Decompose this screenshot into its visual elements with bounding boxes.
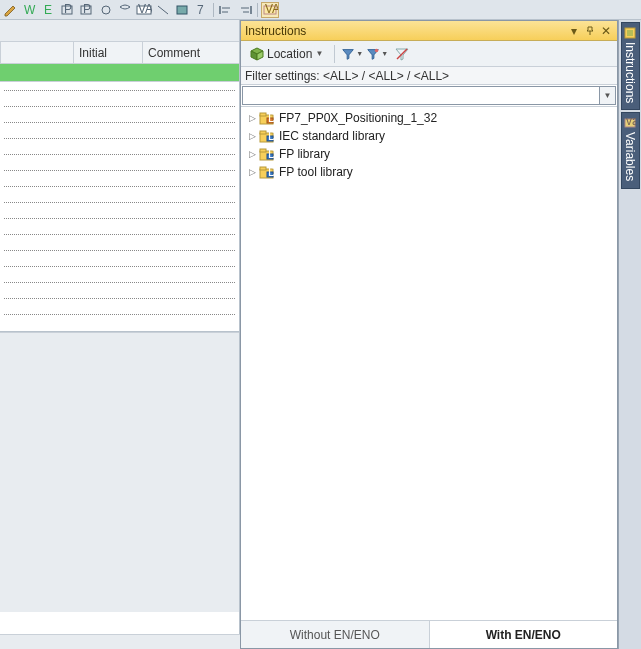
variables-icon: var <box>623 117 637 129</box>
svg-rect-10 <box>177 6 187 14</box>
close-icon[interactable]: ✕ <box>599 24 613 38</box>
grid-header: Initial Comment <box>0 42 239 64</box>
toolbar-btn-s[interactable] <box>116 2 134 18</box>
pin-icon[interactable] <box>583 24 597 38</box>
svg-rect-31 <box>260 149 266 152</box>
svg-rect-35 <box>260 167 266 170</box>
side-tab-instructions[interactable]: Instructions <box>621 22 640 110</box>
instructions-tree[interactable]: ▷DFP7_PP0X_Positioning_1_32▷DIEC standar… <box>241 107 617 620</box>
location-button[interactable]: Location ▼ <box>245 44 328 64</box>
main-toolbar: W E P P VAR 7 VAR <box>0 0 641 20</box>
svg-rect-23 <box>260 113 266 116</box>
svg-point-6 <box>102 6 110 14</box>
grid-col-comment[interactable]: Comment <box>142 42 239 63</box>
grid-col-initial[interactable]: Initial <box>73 42 142 63</box>
side-tab-label: Variables <box>623 132 637 181</box>
grid-blank-area <box>0 332 239 612</box>
svg-text:var: var <box>626 117 636 128</box>
svg-line-21 <box>397 49 407 59</box>
tree-item-label: FP tool library <box>277 165 353 179</box>
expander-icon[interactable]: ▷ <box>247 149 257 159</box>
instructions-panel: Instructions ▾ ✕ Location ▼ ▼ ▼ Filter s… <box>240 20 618 649</box>
var-box-icon[interactable]: VAR <box>261 2 279 18</box>
panel-titlebar[interactable]: Instructions ▾ ✕ <box>241 21 617 41</box>
svg-rect-27 <box>260 131 266 134</box>
toolbar-btn-p1[interactable]: P <box>59 2 77 18</box>
library-icon: D <box>259 111 275 125</box>
filter-settings-row: Filter settings: <ALL> / <ALL> / <ALL> <box>241 67 617 85</box>
side-tab-variables[interactable]: varVariables <box>621 112 640 188</box>
search-dropdown-button[interactable]: ▼ <box>600 86 616 105</box>
toolbar-btn-7[interactable]: 7 <box>192 2 210 18</box>
tree-item[interactable]: ▷DFP library <box>241 145 617 163</box>
panel-toolbar: Location ▼ ▼ ▼ <box>241 41 617 67</box>
svg-text:7: 7 <box>197 3 204 17</box>
tab-without-en-eno[interactable]: Without EN/ENO <box>241 621 430 648</box>
tab-with-en-eno[interactable]: With EN/ENO <box>430 621 618 648</box>
library-icon: D <box>259 165 275 179</box>
align-right-icon[interactable] <box>236 2 254 18</box>
tree-item[interactable]: ▷DFP7_PP0X_Positioning_1_32 <box>241 109 617 127</box>
toolbar-btn-d[interactable] <box>97 2 115 18</box>
location-label: Location <box>267 47 312 61</box>
svg-text:P: P <box>83 3 91 16</box>
expander-icon[interactable]: ▷ <box>247 131 257 141</box>
toolbar-separator <box>257 3 258 17</box>
filter-funnel-icon[interactable]: ▼ <box>341 44 363 64</box>
toolbar-btn-p2[interactable]: P <box>78 2 96 18</box>
chevron-down-icon: ▼ <box>315 49 323 58</box>
status-bar <box>0 634 240 649</box>
library-icon: D <box>259 129 275 143</box>
pencil-icon[interactable] <box>2 2 20 18</box>
toolbar-btn-var[interactable]: VAR <box>135 2 153 18</box>
tree-item-label: FP library <box>277 147 330 161</box>
cube-icon <box>250 47 264 61</box>
panel-bottom-tabs: Without EN/ENO With EN/ENO <box>241 620 617 648</box>
library-icon: D <box>259 147 275 161</box>
toolbar-btn-b[interactable] <box>173 2 191 18</box>
svg-point-20 <box>375 48 379 52</box>
filter-funnel-2-icon[interactable]: ▼ <box>366 44 388 64</box>
toolbar-btn-e[interactable]: E <box>40 2 58 18</box>
side-tab-strip: InstructionsvarVariables <box>618 20 641 649</box>
search-row: ▼ <box>241 85 617 107</box>
svg-text:P: P <box>64 3 72 16</box>
filter-clear-icon[interactable] <box>391 44 413 64</box>
toolbar-btn-w[interactable]: W <box>21 2 39 18</box>
svg-line-9 <box>158 6 168 14</box>
tree-item[interactable]: ▷DIEC standard library <box>241 127 617 145</box>
svg-text:W: W <box>24 3 36 17</box>
tree-item-label: FP7_PP0X_Positioning_1_32 <box>277 111 437 125</box>
toolbar-separator <box>334 45 335 63</box>
grid-selected-row[interactable] <box>0 64 239 82</box>
svg-text:VAR: VAR <box>265 3 278 16</box>
svg-text:D: D <box>268 129 275 143</box>
instructions-icon <box>623 27 637 39</box>
svg-text:E: E <box>44 3 52 17</box>
svg-text:D: D <box>268 111 275 125</box>
search-input[interactable] <box>242 86 600 105</box>
svg-text:D: D <box>268 147 275 161</box>
side-tab-label: Instructions <box>623 42 637 103</box>
tree-item[interactable]: ▷DFP tool library <box>241 163 617 181</box>
align-left-icon[interactable] <box>217 2 235 18</box>
expander-icon[interactable]: ▷ <box>247 167 257 177</box>
grid-top-spacer <box>0 20 239 42</box>
grid-col-blank[interactable] <box>0 42 73 63</box>
filter-settings-text: Filter settings: <ALL> / <ALL> / <ALL> <box>245 69 449 83</box>
svg-text:D: D <box>268 165 275 179</box>
toolbar-separator <box>213 3 214 17</box>
tree-item-label: IEC standard library <box>277 129 385 143</box>
ladder-editor[interactable] <box>0 82 239 332</box>
variables-grid-area: Initial Comment <box>0 20 240 634</box>
panel-title-text: Instructions <box>245 24 565 38</box>
toolbar-btn-l[interactable] <box>154 2 172 18</box>
dropdown-icon[interactable]: ▾ <box>567 24 581 38</box>
expander-icon[interactable]: ▷ <box>247 113 257 123</box>
svg-text:VAR: VAR <box>138 3 152 16</box>
